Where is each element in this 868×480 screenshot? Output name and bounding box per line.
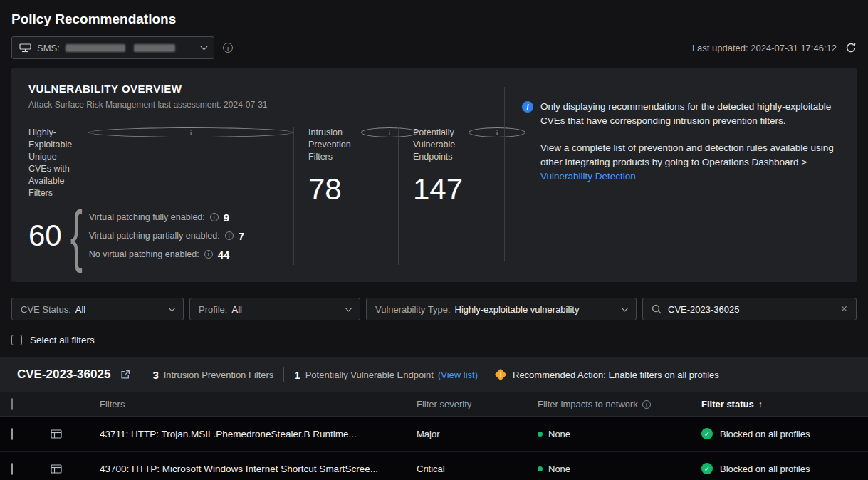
filters-count: 3 [152, 369, 158, 381]
breakdown-partially-enabled: Virtual patching partially enabled: i 7 [89, 226, 244, 245]
impact-text: None [548, 429, 570, 439]
endpoints-count-group: 1 Potentially Vulnerable Endpoint (View … [294, 369, 478, 381]
stat-highly-exploitable-cves: Highly-Exploitable Unique CVEs with Avai… [28, 127, 293, 265]
impact-dot-icon [538, 432, 543, 437]
status-text: Blocked on all profiles [720, 464, 810, 474]
sms-selector[interactable]: SMS: [11, 36, 214, 59]
row-checkbox[interactable] [11, 463, 13, 475]
info-icon[interactable]: i [88, 127, 293, 137]
info-icon[interactable]: i [204, 250, 213, 259]
row-checkbox[interactable] [11, 428, 13, 440]
vulnerability-type-dropdown[interactable]: Vulnerability Type: Highly-exploitable v… [366, 298, 637, 320]
breakdown-value: 7 [239, 230, 244, 242]
external-link-icon[interactable] [120, 370, 130, 380]
select-all-label: Select all filters [30, 335, 95, 345]
vulnerability-detection-link[interactable]: Vulnerability Detection [540, 171, 636, 182]
note-paragraph-2-text: View a complete list of prevention and d… [540, 142, 834, 167]
column-header-severity[interactable]: Filter severity [407, 399, 528, 409]
overview-title: VULNERABILITY OVERVIEW [28, 83, 486, 95]
breakdown-value: 44 [218, 249, 230, 261]
redacted-sms-name [66, 44, 125, 52]
dropdown-label: CVE Status: [21, 304, 71, 315]
stat-value: 60 [28, 221, 62, 251]
vulnerability-overview-panel: VULNERABILITY OVERVIEW Attack Surface Ri… [11, 68, 857, 282]
overview-subtitle: Attack Surface Risk Management last asse… [28, 100, 486, 110]
recommended-action: Recommended Action: Enable filters on al… [496, 370, 719, 380]
dropdown-label: Profile: [199, 304, 227, 315]
filter-impact: None [528, 429, 691, 439]
table-header-row: Filters Filter severity Filter impacts t… [0, 392, 868, 417]
last-updated-text: Last updated: 2024-07-31 17:46:12 [692, 43, 837, 53]
dropdown-value: All [231, 304, 241, 315]
filter-name: 43711: HTTP: Trojan.MSIL.PhemedroneSteal… [77, 429, 407, 439]
column-header-impact[interactable]: Filter impacts to networki [528, 399, 691, 409]
dropdown-value: All [75, 304, 85, 315]
filter-severity: Major [407, 429, 528, 439]
stat-label: Potentially Vulnerable Endpoints [413, 127, 459, 163]
breakdown-value: 9 [224, 212, 229, 224]
dropdown-label: Vulnerability Type: [375, 304, 451, 315]
clear-search-icon[interactable]: × [841, 303, 847, 315]
impact-text: None [548, 464, 570, 474]
refresh-icon[interactable] [845, 42, 857, 53]
filters-count-label: Intrusion Prevention Filters [164, 370, 274, 380]
brace-glyph: { [70, 207, 80, 265]
status-blocked-icon [701, 428, 713, 439]
note-paragraph-1: Only displaying recommendations for the … [540, 100, 840, 128]
sms-label: SMS: [37, 43, 60, 53]
info-icon[interactable]: i [210, 213, 219, 221]
cve-status-dropdown[interactable]: CVE Status: All [11, 298, 184, 320]
breakdown-fully-enabled: Virtual patching fully enabled: i 9 [89, 208, 244, 226]
view-list-link[interactable]: (View list) [438, 370, 478, 380]
filter-impact: None [528, 464, 691, 474]
topbar: SMS: i Last updated: 2024-07-31 17:46:12 [11, 36, 857, 59]
stat-intrusion-prevention-filters: Intrusion Prevention Filters i 78 [294, 127, 398, 265]
chevron-down-icon [345, 304, 352, 311]
info-note: i Only displaying recommendations for th… [505, 83, 840, 265]
dropdown-value: Highly-exploitable vulnerability [455, 304, 580, 315]
column-header-status[interactable]: Filter status↑ [691, 399, 868, 409]
filters-count-group: 3 Intrusion Prevention Filters [152, 369, 273, 381]
select-all-checkbox[interactable] [11, 335, 22, 345]
column-header-filters[interactable]: Filters [77, 399, 407, 409]
select-all-row: Select all filters [11, 335, 857, 345]
note-paragraph-2: View a complete list of prevention and d… [540, 141, 840, 184]
search-icon [652, 304, 662, 314]
breakdown-label: Virtual patching partially enabled: [89, 231, 220, 241]
stat-label: Intrusion Prevention Filters [308, 127, 351, 163]
impact-dot-icon [538, 466, 543, 471]
filter-status: Blocked on all profiles [691, 428, 868, 439]
info-filled-icon: i [522, 101, 533, 113]
search-box: × [642, 298, 857, 320]
recommended-action-text: Recommended Action: Enable filters on al… [513, 370, 719, 380]
status-blocked-icon [701, 463, 713, 474]
sort-ascending-icon: ↑ [758, 400, 763, 409]
redacted-sms-name-2 [134, 44, 175, 52]
divider [142, 367, 142, 382]
search-input[interactable] [668, 304, 841, 315]
stat-value: 78 [308, 174, 398, 204]
chevron-down-icon [169, 304, 176, 311]
info-icon[interactable]: i [642, 400, 651, 409]
filter-icon [36, 429, 77, 439]
status-text: Blocked on all profiles [720, 429, 810, 439]
endpoints-count: 1 [294, 369, 300, 381]
cve-section-header: CVE-2023-36025 3 Intrusion Prevention Fi… [0, 357, 868, 392]
table-row[interactable]: 43700: HTTP: Microsoft Windows Internet … [0, 452, 868, 480]
filter-icon [36, 464, 77, 474]
profile-dropdown[interactable]: Profile: All [189, 298, 360, 320]
sms-device-icon [19, 43, 31, 53]
table-row[interactable]: 43711: HTTP: Trojan.MSIL.PhemedroneSteal… [0, 417, 868, 452]
info-icon[interactable]: i [225, 231, 234, 240]
chevron-down-icon [201, 43, 208, 50]
page-title: Policy Recommendations [11, 11, 857, 27]
divider [283, 367, 284, 382]
info-icon[interactable]: i [223, 43, 233, 53]
cve-id: CVE-2023-36025 [17, 367, 110, 382]
header-checkbox[interactable] [11, 398, 13, 410]
filter-name: 43700: HTTP: Microsoft Windows Internet … [77, 464, 407, 474]
filter-status: Blocked on all profiles [691, 463, 868, 474]
filter-severity: Critical [407, 464, 528, 474]
chevron-down-icon [622, 304, 629, 311]
breakdown-label: Virtual patching fully enabled: [89, 212, 205, 222]
